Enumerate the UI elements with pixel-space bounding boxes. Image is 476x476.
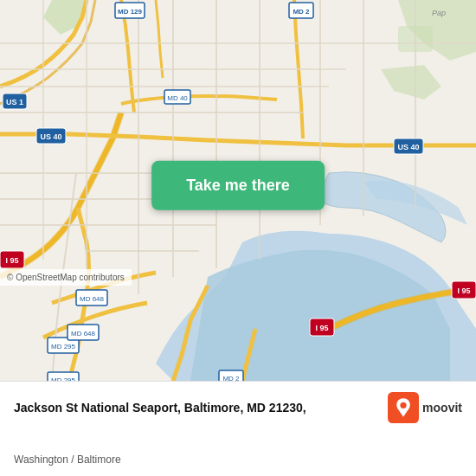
svg-text:MD 2: MD 2	[293, 8, 310, 16]
svg-text:MD 129: MD 129	[118, 8, 143, 16]
footer: Jackson St National Seaport, Baltimore, …	[0, 381, 476, 476]
moovit-brand-name: moovit	[422, 401, 462, 415]
osm-attribution: © OpenStreetMap contributors	[0, 269, 132, 286]
svg-text:US 40: US 40	[397, 143, 419, 151]
svg-text:MD 295: MD 295	[51, 343, 76, 351]
footer-location-row: Jackson St National Seaport, Baltimore, …	[0, 382, 476, 427]
moovit-logo: moovit	[388, 392, 462, 423]
svg-text:I 95: I 95	[457, 286, 470, 295]
location-name: Jackson St National Seaport, Baltimore, …	[14, 401, 388, 415]
svg-text:MD 40: MD 40	[167, 94, 188, 102]
svg-text:MD 2: MD 2	[222, 375, 240, 381]
svg-text:US 40: US 40	[40, 132, 61, 141]
svg-text:I 95: I 95	[315, 324, 328, 332]
svg-text:Pap: Pap	[432, 9, 446, 17]
map-container: US 1 US 40 US 40 MD 129 MD 2 MD 40 I 95 …	[0, 0, 476, 381]
svg-text:MD 648: MD 648	[80, 295, 105, 303]
svg-text:MD 648: MD 648	[71, 330, 96, 338]
svg-text:I 95: I 95	[5, 256, 18, 265]
take-me-there-button[interactable]: Take me there	[151, 161, 325, 210]
svg-point-49	[401, 402, 407, 408]
cta-overlay: Take me there	[151, 161, 325, 210]
moovit-icon	[388, 392, 419, 423]
svg-text:US 1: US 1	[6, 98, 23, 106]
sublocation-text: Washington / Baltimore	[0, 453, 476, 476]
